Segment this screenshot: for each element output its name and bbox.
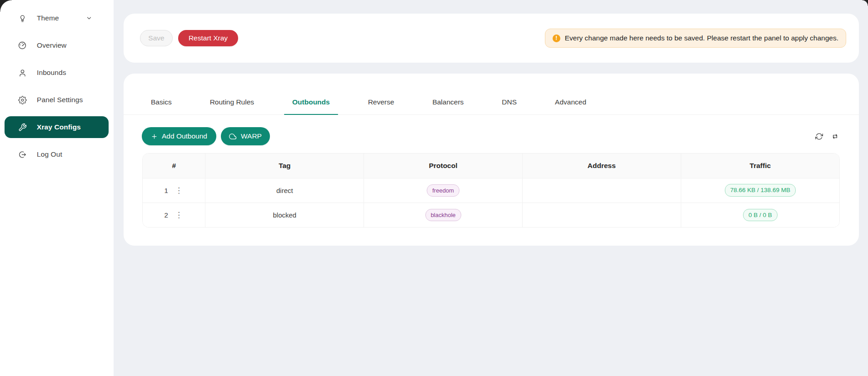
gear-icon	[18, 95, 27, 104]
sidebar-item-label: Inbounds	[37, 69, 66, 77]
bulb-icon	[18, 14, 27, 23]
tab-balancers[interactable]: Balancers	[424, 98, 472, 114]
config-tabs: Basics Routing Rules Outbounds Reverse B…	[124, 74, 859, 115]
tab-basics[interactable]: Basics	[143, 98, 180, 114]
col-header-tag: Tag	[205, 153, 364, 178]
toggle-view-button[interactable]	[830, 132, 840, 141]
row-index: 1	[165, 187, 168, 194]
warning-icon: !	[553, 35, 560, 42]
col-header-traffic: Traffic	[681, 153, 839, 178]
tag-cell: direct	[205, 178, 364, 203]
protocol-badge: blackhole	[425, 209, 461, 221]
col-header-protocol: Protocol	[364, 153, 523, 178]
table-icon-buttons	[814, 132, 840, 141]
col-header-address: Address	[522, 153, 681, 178]
sidebar-item-overview[interactable]: Overview	[5, 35, 109, 56]
table-row: 1 ⋮ direct freedom 78.66 KB / 138.69 MB	[143, 178, 839, 203]
tab-routing-rules[interactable]: Routing Rules	[202, 98, 262, 114]
tab-reverse[interactable]: Reverse	[360, 98, 403, 114]
logout-icon	[18, 150, 27, 159]
dashboard-icon	[18, 41, 27, 50]
warp-button[interactable]: WARP	[221, 127, 270, 145]
address-cell	[522, 203, 681, 227]
user-icon	[18, 68, 27, 77]
screen-corner-dark-right	[862, 0, 868, 6]
sync-icon	[815, 133, 823, 140]
toolbar-card: Save Restart Xray ! Every change made he…	[124, 14, 859, 63]
outbounds-actions-row: Add Outbound WARP	[124, 115, 859, 145]
sidebar-item-panel-settings[interactable]: Panel Settings	[5, 89, 109, 111]
screen-corner-dark-left	[0, 0, 12, 12]
plus-icon	[151, 133, 158, 140]
add-outbound-button[interactable]: Add Outbound	[142, 127, 216, 145]
sidebar-item-label: Log Out	[37, 150, 62, 158]
alert-text: Every change made here needs to be saved…	[565, 34, 838, 42]
row-menu-kebab-icon[interactable]: ⋮	[174, 187, 184, 194]
row-menu-kebab-icon[interactable]: ⋮	[174, 211, 184, 219]
sidebar-item-label: Theme	[37, 14, 59, 22]
tab-advanced[interactable]: Advanced	[547, 98, 594, 114]
change-alert: ! Every change made here needs to be sav…	[545, 29, 846, 48]
restart-xray-button[interactable]: Restart Xray	[178, 30, 238, 46]
sidebar-item-label: Xray Configs	[37, 123, 81, 131]
save-button[interactable]: Save	[140, 30, 173, 46]
sidebar-item-log-out[interactable]: Log Out	[5, 143, 109, 165]
traffic-badge: 0 B / 0 B	[743, 209, 778, 222]
address-cell	[522, 178, 681, 203]
outbounds-table: # Tag Protocol Address Traffic 1 ⋮	[142, 153, 840, 228]
xray-config-card: Basics Routing Rules Outbounds Reverse B…	[124, 74, 859, 246]
sidebar-item-inbounds[interactable]: Inbounds	[5, 62, 109, 84]
sidebar-item-theme[interactable]: Theme	[5, 7, 109, 29]
tag-cell: blocked	[205, 203, 364, 227]
sidebar-item-label: Panel Settings	[37, 96, 83, 104]
refresh-button[interactable]	[814, 132, 824, 141]
col-header-index: #	[143, 153, 205, 178]
main-content: Save Restart Xray ! Every change made he…	[114, 0, 868, 376]
sidebar: Theme Overview Inbounds Panel Set	[0, 0, 114, 376]
wrench-icon	[18, 123, 27, 132]
cloud-icon	[229, 133, 237, 140]
chevron-down-icon	[86, 15, 92, 21]
protocol-badge: freedom	[427, 184, 459, 197]
sidebar-item-xray-configs[interactable]: Xray Configs	[5, 116, 109, 138]
traffic-badge: 78.66 KB / 138.69 MB	[725, 184, 796, 197]
tab-outbounds[interactable]: Outbounds	[284, 98, 338, 114]
sidebar-item-label: Overview	[37, 41, 66, 49]
retweet-icon	[831, 133, 839, 140]
row-index: 2	[165, 211, 168, 219]
table-row: 2 ⋮ blocked blackhole 0 B / 0 B	[143, 203, 839, 227]
tab-dns[interactable]: DNS	[494, 98, 525, 114]
